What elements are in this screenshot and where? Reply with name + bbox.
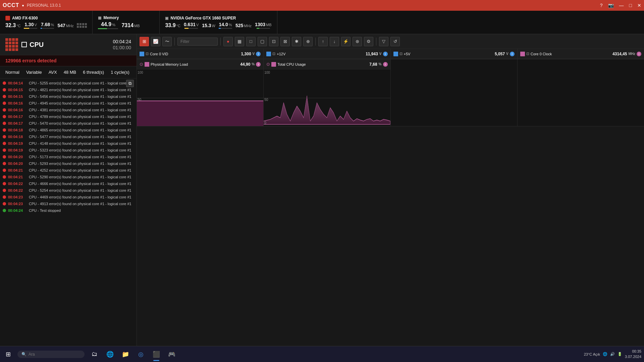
log-entry: 00:04:21CPU - 4252 error(s) found on phy… [0,167,137,174]
toolbar-table-btn[interactable]: ⊞ [140,37,149,46]
chart-5v-header: ⊡ +5V 5,057 V i [391,49,517,59]
titlebar-left: OCCT ● PERSONAL 13.0.1 [3,2,61,8]
toolbar-psu-btn[interactable]: ⚡ [341,37,351,46]
log-text: CPU - 5477 error(s) found on physical co… [29,135,131,139]
chart-icon-cpu: ⊡ [146,52,149,56]
screenshot-icon[interactable]: 📷 [608,3,614,8]
log-text: CPU - 4252 error(s) found on physical co… [29,168,131,172]
core0-vid-info-btn[interactable]: i [256,52,261,56]
toolbar-settings-btn[interactable]: ⚙ [364,37,373,46]
toolbar-net-btn[interactable]: ⊡ [269,37,278,46]
maximize-button[interactable]: □ [629,3,632,8]
taskbar-app-explorer[interactable]: 🗂 [87,347,102,362]
toolbar: ⊞ 📈 〜 ● ▦ □ ▢ ⊡ ⊠ ✱ ⊕ ↑ ↓ ⚡ ⊛ ⚙ ▽ ↺ [137,34,644,49]
5v-info-btn[interactable]: i [510,52,515,56]
cpu-hw-name: AMD FX-6300 [5,16,87,20]
log-area: ⧉ 00:04:14CPU - 5255 error(s) found on p… [0,78,137,345]
taskbar-app-occt[interactable]: ⬛ [149,347,164,362]
chart-12v-title: ⊡ +12V [266,52,285,56]
cpu-memory: 48 MB [64,70,76,75]
error-dot-icon [3,142,6,145]
cpu-errors-count: 129966 errors detected [0,55,137,66]
gpu-hw-name: ▣ NVIDIA GeForce GTX 1660 SUPER [165,16,271,20]
memory-size-stat: 7314 MB [121,22,140,28]
chart-cpu-usage-title: ⊙ Total CPU Usage [266,62,306,67]
cpu-threads: 6 thread(s) [83,70,104,75]
cpu-label: CPU [21,41,44,49]
taskbar-sound-icon: 🔊 [610,352,615,356]
chart-memory-toggle-icon[interactable] [145,62,149,67]
copy-log-button[interactable]: ⧉ [126,80,134,87]
chart-memory-load-title: ⊙ Physical Memory Load [140,62,188,67]
chart-memory-load-value: 44,90 % i [240,62,261,67]
cpu-temp-stat: 32.3 °C [5,22,20,28]
error-dot-icon [3,175,6,179]
chart-12v-toggle-icon[interactable] [266,52,271,56]
log-entry: 00:04:20CPU - 5293 error(s) found on phy… [0,160,137,167]
cpu-total-time: 01:00:00 [113,45,131,50]
cpu-load-type: Variable [26,70,42,75]
toolbar-ssd-btn[interactable]: ▢ [258,37,267,46]
toolbar-sensor-btn[interactable]: ⊛ [353,37,362,46]
taskbar-app-game[interactable]: 🎮 [164,347,179,362]
taskbar-app-files[interactable]: 📁 [118,347,133,362]
success-dot-icon [3,209,6,212]
log-text: CPU - 5323 error(s) found on physical co… [29,148,131,152]
right-panel: ⊞ 📈 〜 ● ▦ □ ▢ ⊡ ⊠ ✱ ⊕ ↑ ↓ ⚡ ⊛ ⚙ ▽ ↺ [137,34,644,362]
gpu-vram-stat: 1303 MB [255,22,272,27]
error-dot-icon [3,128,6,132]
chart-cpu-guideline-50 [264,98,390,98]
toolbar-up-btn[interactable]: ↑ [318,37,328,46]
charts-row-2: ⊙ Physical Memory Load 44,90 % i 100 50 [137,59,644,126]
taskbar-weather: 23°C Açık [584,352,600,356]
error-dot-icon [3,81,6,85]
toolbar-chart-btn[interactable]: 📈 [151,37,160,46]
gpu-hw-stats: 33.9 °C 0.631 V 15.3 W 14.0 % [165,22,271,29]
filter-input[interactable] [177,38,218,46]
chart-12v-header: ⊡ +12V 11,943 V i [264,49,390,59]
taskbar: ⊞ 🔍 🗂 🌐 📁 ◎ ⬛ 🎮 23°C Açık 🌐 🔊 🔋 00:35 3.… [0,346,644,362]
taskbar-app-browser[interactable]: 🌐 [103,347,117,362]
toolbar-pwr-btn[interactable]: ⊠ [280,37,290,46]
log-entry: 00:04:21CPU - 5290 error(s) found on phy… [0,174,137,180]
toolbar-cpu-btn[interactable]: ● [223,37,233,46]
toolbar-mem-btn[interactable]: ▦ [235,37,244,46]
core0-clock-info-btn[interactable]: i [637,52,641,56]
log-text: CPU - 4469 error(s) found on physical co… [29,195,131,199]
error-dot-icon [3,202,6,205]
search-bar[interactable]: 🔍 [17,351,85,358]
start-button[interactable]: ⊞ [0,346,16,362]
toolbar-gpu-btn[interactable]: □ [246,37,256,46]
chart-core0-clock-toggle-icon[interactable] [520,52,525,56]
log-text: CPU - 4381 error(s) found on physical co… [29,108,131,112]
app-logo: OCCT [3,2,19,8]
main-area: CPU 00:04:24 01:00:00 129966 errors dete… [0,34,644,362]
minimize-button[interactable]: — [619,3,624,8]
toolbar-graph-btn[interactable]: 〜 [162,37,172,46]
close-button[interactable]: ✕ [637,3,641,8]
chart-5v-toggle-icon[interactable] [393,52,398,56]
cpu-usage-info-btn[interactable]: i [383,62,388,67]
toolbar-temp2-btn[interactable]: ⊕ [303,37,313,46]
toolbar-fan-btn[interactable]: ✱ [292,37,301,46]
chart-5v-title: ⊡ +5V [393,52,411,56]
toolbar-down-btn[interactable]: ↓ [330,37,339,46]
log-text: CPU - 4148 error(s) found on physical co… [29,141,131,145]
help-icon[interactable]: ? [600,3,603,8]
log-time: 00:04:23 [8,202,27,206]
error-dot-icon [3,122,6,125]
log-entry: 00:04:16CPU - 4945 error(s) found on phy… [0,100,137,107]
12v-info-btn[interactable]: i [383,52,388,56]
chart-core0-clock-icon: ⊡ [526,52,529,56]
memory-hw-stats: 44.9 % 7314 MB [98,21,154,29]
toolbar-filter2-btn[interactable]: ▽ [379,37,388,46]
chart-cpu-toggle-icon[interactable] [271,62,276,67]
taskbar-app-edge[interactable]: ◎ [133,347,148,362]
search-input[interactable] [29,352,75,357]
error-dot-icon [3,182,6,185]
memory-load-info-btn[interactable]: i [256,62,261,67]
log-time: 00:04:20 [8,155,27,159]
error-dot-icon [3,95,6,98]
chart-toggle-icon[interactable] [140,52,144,56]
toolbar-refresh-btn[interactable]: ↺ [390,37,400,46]
